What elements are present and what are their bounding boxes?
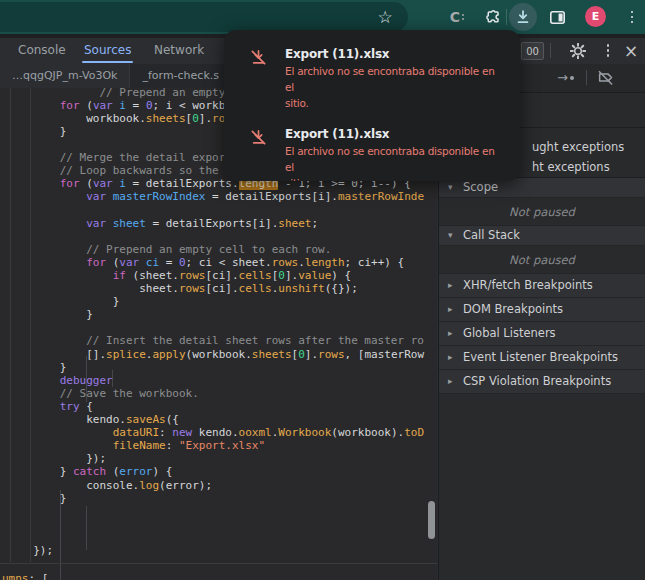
downloads-popup: Export (11).xlsxEl archivo no se encontr… (224, 30, 520, 181)
devtools-tab-console[interactable]: Console (18, 38, 66, 63)
downloads-button[interactable] (509, 3, 537, 31)
section-label: Event Listener Breakpoints (463, 350, 618, 364)
download-error-message: El archivo no se encontraba disponible e… (285, 143, 506, 175)
code-line: sheet.rows[ci].cells.unshift({}); (20, 282, 358, 295)
file-tab[interactable]: _form-check.s (130, 64, 232, 88)
profile-avatar[interactable]: E (585, 6, 606, 27)
extensions-puzzle-icon[interactable] (482, 0, 502, 34)
code-line: for (var ci = 0; ci < sheet.rows.length;… (20, 256, 404, 269)
pause-uncaught-exceptions-label[interactable]: ught exceptions (532, 141, 624, 154)
section-status-text: Not paused (439, 246, 645, 274)
download-filename: Export (11).xlsx (285, 126, 506, 143)
tabbar-separator (550, 43, 551, 58)
sidebar-section-xhr-fetch-breakpoints[interactable]: ▸XHR/fetch Breakpoints (439, 274, 645, 298)
download-icon (515, 9, 531, 25)
code-line: }); (20, 544, 53, 557)
devtools-tab-network[interactable]: Network (154, 38, 204, 63)
code-line: // Save the workbook. (20, 387, 199, 400)
section-label: Global Listeners (463, 326, 556, 340)
code-line: var masterRowIndex = detailExports[i].ma… (20, 190, 424, 203)
chevron-right-icon: ▸ (448, 346, 453, 369)
step-dot (570, 76, 574, 80)
code-line: }); (20, 452, 106, 465)
download-error-message: sitio. (285, 175, 506, 181)
extension-c-icon[interactable]: C (446, 0, 468, 34)
toolbar-divider (586, 70, 587, 85)
side-panel-icon[interactable] (547, 0, 567, 34)
step-button[interactable]: → (557, 64, 574, 91)
address-bar[interactable] (0, 2, 408, 32)
code-line: kendo.saveAs({ (20, 413, 179, 426)
section-status-text: Not paused (439, 198, 645, 226)
section-label: DOM Breakpoints (463, 302, 563, 316)
download-item[interactable]: Export (11).xlsxEl archivo no se encontr… (250, 46, 506, 111)
extension-c-dots (462, 14, 464, 20)
code-line: } catch (error) { (20, 465, 172, 478)
code-line: } (20, 295, 119, 308)
code-line: // Insert the detail sheet rows after th… (20, 334, 424, 347)
section-label: CSP Violation Breakpoints (463, 374, 611, 388)
code-line: dataURI: new kendo.ooxml.Workbook(workbo… (20, 426, 424, 439)
browser-toolbar: ☆ C E (0, 0, 645, 34)
sidebar-section-global-listeners[interactable]: ▸Global Listeners (439, 322, 645, 346)
code-line: } (20, 125, 66, 138)
step-arrow-icon: → (557, 70, 568, 85)
file-tab[interactable]: …qqgQJP_m-Vo3Ok (0, 64, 130, 88)
code-line: [].splice.apply(workbook.sheets[0].rows,… (20, 348, 424, 361)
editor-bottom-divider (0, 563, 437, 564)
extension-c-letter: C (450, 9, 460, 25)
download-off-icon (250, 126, 267, 181)
chevron-right-icon: ▸ (448, 322, 453, 345)
code-line: // Merge the detail expor (20, 151, 225, 164)
indent-guide (86, 506, 87, 550)
code-line: } (20, 492, 66, 505)
sidebar-section-call-stack[interactable]: ▾Call Stack (439, 226, 645, 246)
pause-caught-exceptions-label[interactable]: ht exceptions (532, 161, 610, 174)
toolbar-separator (506, 9, 507, 25)
download-item[interactable]: Export (11).xlsxEl archivo no se encontr… (250, 126, 506, 181)
browser-window: ☆ C E ConsoleSourcesNetwork (0, 0, 645, 580)
code-line: for (var i = 0; i < workb (20, 99, 225, 112)
code-line: } (20, 361, 66, 374)
code-line: } (20, 308, 93, 321)
devtools-badge: 00 (521, 42, 544, 60)
chevron-right-icon: ▸ (448, 298, 453, 321)
code-line: console.log(error); (20, 479, 212, 492)
deactivate-breakpoints-icon[interactable] (597, 69, 614, 90)
devtools-tab-sources[interactable]: Sources (84, 38, 131, 63)
code-line: if (sheet.rows[ci].cells[0].value) { (20, 269, 351, 282)
gutter-line (10, 88, 11, 562)
sidebar-sections: ▾ScopeNot paused▾Call StackNot paused▸XH… (439, 178, 645, 394)
download-filename: Export (11).xlsx (285, 46, 506, 63)
code-line: // Prepend an empty cell to each row. (20, 243, 331, 256)
sidebar-section-csp-violation-breakpoints[interactable]: ▸CSP Violation Breakpoints (439, 370, 645, 394)
chevron-down-icon: ▾ (448, 226, 453, 245)
bookmark-star-icon[interactable]: ☆ (372, 0, 398, 34)
download-error-message: sitio. (285, 95, 506, 111)
download-error-message: El archivo no se encontraba disponible e… (285, 63, 506, 95)
code-line: fileName: "Export.xlsx" (20, 439, 265, 452)
code-line-clipped: umns: [ (2, 572, 48, 580)
section-label: XHR/fetch Breakpoints (463, 278, 593, 292)
devtools-menu-icon[interactable] (600, 38, 616, 63)
code-line: // Loop backwards so the (20, 164, 219, 177)
browser-menu-icon[interactable] (625, 0, 639, 34)
code-line: var sheet = detailExports[i].sheet; (20, 217, 318, 230)
sidebar-section-event-listener-breakpoints[interactable]: ▸Event Listener Breakpoints (439, 346, 645, 370)
section-label: Call Stack (463, 228, 520, 242)
code-line: debugger (20, 374, 113, 387)
sidebar-section-dom-breakpoints[interactable]: ▸DOM Breakpoints (439, 298, 645, 322)
section-label: Scope (463, 180, 498, 194)
chevron-right-icon: ▸ (448, 370, 453, 393)
download-off-icon (250, 46, 267, 111)
settings-gear-icon[interactable] (568, 38, 588, 63)
code-line: workbook.sheets[0].ro (20, 112, 225, 125)
devtools-close-icon[interactable]: × (618, 38, 644, 63)
code-line: try { (20, 400, 93, 413)
editor-scrollbar-thumb[interactable] (428, 501, 435, 539)
sidebar-section-scope[interactable]: ▾Scope (439, 178, 645, 198)
chevron-right-icon: ▸ (448, 274, 453, 297)
